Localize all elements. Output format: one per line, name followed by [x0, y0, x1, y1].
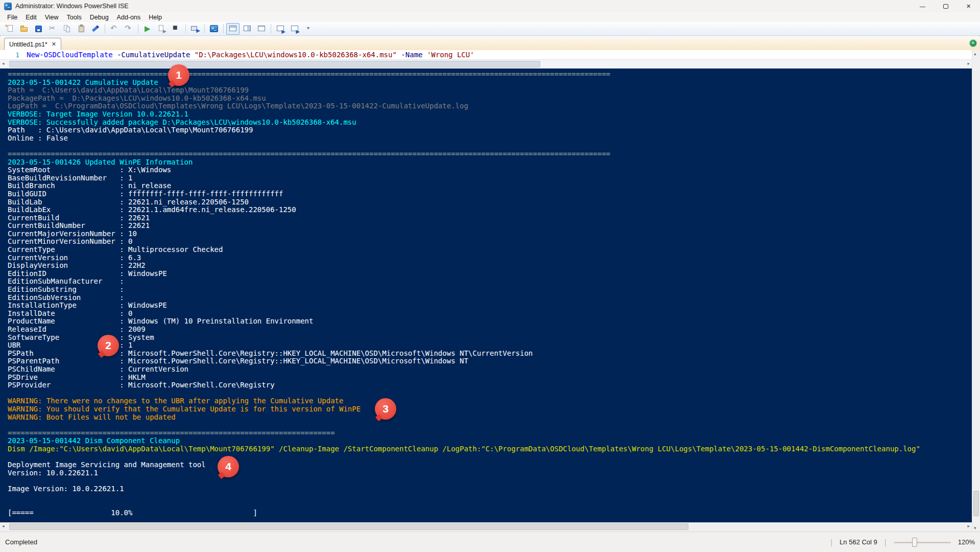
toolbar-separator	[271, 24, 271, 33]
script-code-line: New-OSDCloudTemplate -CumulativeUpdate "…	[27, 51, 474, 59]
code-token-parameter: -Name	[401, 51, 422, 59]
console-line: LogPath = C:\ProgramData\OSDCloud\Templa…	[8, 102, 972, 110]
line-col-indicator: Ln 562 Col 9	[840, 538, 877, 546]
vertical-scrollbar-thumb[interactable]	[973, 491, 979, 516]
console-horizontal-scrollbar[interactable]: ◂ ▸	[0, 522, 972, 532]
script-editor[interactable]: 1 New-OSDCloudTemplate -CumulativeUpdate…	[0, 50, 972, 59]
console-line: VERBOSE: Successfully added package D:\P…	[8, 119, 972, 127]
console-line: ReleaseId : 2009	[8, 326, 972, 334]
clear-console-button[interactable]	[89, 23, 102, 35]
redo-icon	[124, 24, 133, 33]
tab-label: Untitled1.ps1*	[9, 41, 47, 48]
save-script-icon	[34, 24, 43, 33]
console-line: Version: 10.0.22621.1	[8, 469, 972, 477]
tab-close-icon[interactable]: ✕	[52, 41, 56, 48]
scroll-up-icon[interactable]: ▴	[974, 51, 976, 56]
menu-edit[interactable]: Edit	[21, 14, 41, 21]
code-token-parameter: -CumulativeUpdate	[117, 51, 190, 59]
tab-untitled1[interactable]: Untitled1.ps1* ✕	[4, 38, 61, 50]
annotation-badge-4: 4	[218, 456, 239, 477]
start-powershell-button[interactable]	[207, 23, 221, 35]
editor-horizontal-scrollbar[interactable]: ◂ ▸	[0, 59, 972, 68]
new-remote-powershell-tab-button[interactable]	[188, 23, 202, 35]
console-line	[8, 493, 972, 501]
menu-addons[interactable]: Add-ons	[113, 14, 145, 21]
undo-icon	[110, 24, 119, 33]
console-line: Path : C:\Users\david\AppData\Local\Temp…	[8, 126, 972, 134]
scroll-left-icon[interactable]: ◂	[2, 523, 5, 528]
maximize-button[interactable]	[934, 0, 957, 12]
copy-button[interactable]	[60, 23, 74, 35]
console-line: CurrentBuild : 22621	[8, 214, 972, 222]
new-script-button[interactable]	[3, 23, 16, 35]
zoom-slider-thumb[interactable]	[912, 538, 917, 547]
console-line: SystemRoot : X:\Windows	[8, 166, 972, 174]
open-script-button[interactable]	[17, 23, 31, 35]
show-script-pane-right-icon	[243, 24, 252, 33]
zoom-slider-track[interactable]	[894, 542, 951, 543]
stop-operation-button[interactable]	[170, 23, 183, 35]
minimize-icon: —	[920, 3, 925, 9]
console-scrollbar-thumb[interactable]	[9, 523, 688, 530]
status-right-group: | Ln 562 Col 9 | 120%	[823, 538, 975, 547]
close-button[interactable]: ✕	[957, 0, 980, 12]
title-bar: Administrator: Windows PowerShell ISE — …	[0, 0, 980, 12]
tab-bar: Untitled1.ps1* ✕ ^	[0, 36, 980, 50]
undo-button[interactable]	[108, 23, 121, 35]
show-script-pane-top-button[interactable]	[226, 23, 240, 35]
console-line: PackagePath = D:\Packages\LCU\windows10.…	[8, 95, 972, 103]
clear-console-icon	[91, 24, 100, 33]
cut-button[interactable]	[46, 23, 59, 35]
zoom-slider[interactable]	[894, 538, 951, 547]
menu-debug[interactable]: Debug	[86, 14, 113, 21]
redo-button[interactable]	[122, 23, 135, 35]
console-line	[8, 142, 972, 150]
toolbar-overflow-button[interactable]	[302, 23, 316, 35]
console-line: DisplayVersion : 22H2	[8, 262, 972, 270]
menu-file[interactable]: File	[3, 14, 21, 21]
menu-help[interactable]: Help	[145, 14, 166, 21]
console-vertical-scrollbar[interactable]: ▴ ▾	[972, 50, 980, 532]
editor-scrollbar-thumb[interactable]	[9, 61, 540, 67]
powershell-app-icon	[4, 3, 12, 10]
code-token-string: 'Wrong LCU'	[427, 51, 474, 59]
menu-tools[interactable]: Tools	[63, 14, 86, 21]
powershell-ise-window: Administrator: Windows PowerShell ISE — …	[0, 0, 980, 552]
console-line: UBR : 1	[8, 341, 972, 350]
console-line: CurrentBuildNumber : 22621	[8, 222, 972, 230]
minimize-button[interactable]: —	[911, 0, 934, 12]
save-script-button[interactable]	[32, 23, 45, 35]
run-selection-button[interactable]	[155, 23, 169, 35]
collapse-script-pane-button[interactable]: ^	[969, 39, 977, 47]
console-line: 2023-05-15-001426 Updated WinPE Informat…	[8, 158, 972, 167]
open-script-icon	[19, 24, 29, 33]
paste-button[interactable]	[75, 23, 88, 35]
console-line: ProductName : Windows (TM) 10 Preinstall…	[8, 317, 972, 326]
zoom-level: 120%	[958, 538, 975, 546]
code-token-string: "D:\Packages\LCU\windows10.0-kb5026368-x…	[195, 51, 397, 59]
console-line: SoftwareType : System	[8, 334, 972, 342]
scroll-down-icon[interactable]: ▾	[974, 525, 976, 531]
annotation-badge-3: 3	[375, 398, 396, 420]
scroll-right-icon[interactable]: ▸	[967, 61, 970, 66]
console-pane[interactable]: ========================================…	[0, 68, 972, 522]
menu-view[interactable]: View	[41, 14, 63, 21]
cut-icon	[48, 24, 57, 33]
show-script-pane-right-button[interactable]	[241, 23, 254, 35]
scroll-right-icon[interactable]: ▸	[967, 523, 970, 528]
console-line: WARNING: Boot Files will not be updated	[8, 413, 972, 422]
console-line: PSDrive : HKLM	[8, 374, 972, 382]
console-line: PSProvider : Microsoft.PowerShell.Core\R…	[8, 381, 972, 389]
menu-bar: FileEditViewToolsDebugAdd-onsHelp	[0, 12, 980, 22]
console-line: InstallDate : 0	[8, 310, 972, 318]
code-token-plain	[423, 51, 427, 59]
scroll-left-icon[interactable]: ◂	[2, 61, 5, 66]
show-script-pane-maximized-button[interactable]	[255, 23, 268, 35]
popout-script-pane-button[interactable]	[274, 23, 287, 35]
console-line: 2023-05-15-001442 Dism Component Cleanup	[8, 437, 972, 445]
window-title: Administrator: Windows PowerShell ISE	[15, 3, 129, 10]
maximize-icon	[943, 4, 948, 9]
run-script-button[interactable]	[141, 23, 154, 35]
popout-console-pane-button[interactable]	[288, 23, 301, 35]
console-line: BaseBuildRevisionNumber : 1	[8, 174, 972, 182]
